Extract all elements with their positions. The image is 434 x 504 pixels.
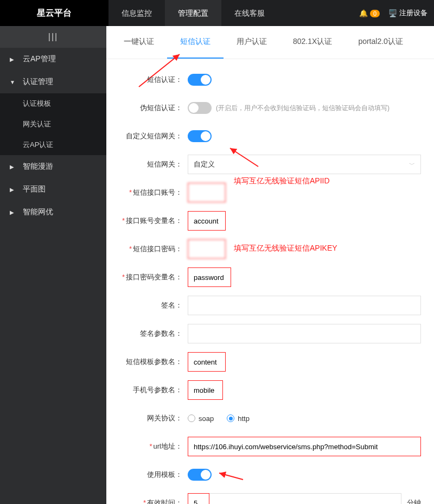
sidebar: ||| ▶云AP管理 ▼认证管理 认证模板 网关认证 云AP认证 ▶智能漫游 ▶…: [0, 26, 106, 504]
sidebar-sub-auth-template[interactable]: 认证模板: [0, 93, 106, 114]
url-input[interactable]: [188, 437, 421, 456]
tpl-param-input[interactable]: [188, 352, 226, 372]
register-label: 注册设备: [399, 8, 427, 18]
sidebar-item-smart-opt[interactable]: ▶智能网优: [0, 201, 106, 224]
tab-user-auth[interactable]: 用户认证: [224, 26, 280, 59]
gateway-label: 短信网关：: [112, 160, 188, 169]
tab-portal2-auth[interactable]: portal2.0认证: [345, 26, 416, 59]
fake-sms-toggle[interactable]: [188, 102, 212, 114]
account-var-input[interactable]: [188, 211, 226, 231]
caret-right-icon: ▶: [10, 187, 17, 193]
url-label: *url地址：: [112, 442, 188, 451]
mobile-param-label: 手机号参数名：: [112, 385, 188, 395]
account-var-label: *接口账号变量名：: [112, 216, 188, 226]
auth-tabs: 一键认证 短信认证 用户认证 802.1X认证 portal2.0认证: [106, 26, 434, 59]
sidebar-item-floorplan[interactable]: ▶平面图: [0, 178, 106, 201]
notification-badge: 0: [370, 10, 380, 17]
sidebar-sub-cloud-ap-auth[interactable]: 云AP认证: [0, 135, 106, 155]
protocol-radio-soap[interactable]: soap: [188, 414, 214, 423]
use-template-label: 使用模板：: [112, 470, 188, 480]
api-account-input[interactable]: [188, 183, 226, 202]
brand-title: 星云平台: [0, 0, 108, 26]
gateway-value: 自定义: [194, 160, 215, 169]
sidebar-item-roaming[interactable]: ▶智能漫游: [0, 155, 106, 178]
main-content: 一键认证 短信认证 用户认证 802.1X认证 portal2.0认证 短信认证…: [106, 26, 434, 504]
caret-right-icon: ▶: [10, 164, 17, 170]
annotation-arrow-icon: [216, 469, 248, 483]
nav-online-support[interactable]: 在线客服: [221, 0, 278, 26]
protocol-radio-http[interactable]: http: [227, 414, 250, 423]
custom-gateway-toggle[interactable]: [188, 130, 212, 142]
sidebar-item-auth-manage[interactable]: ▼认证管理: [0, 71, 106, 93]
mobile-param-input[interactable]: [188, 380, 223, 400]
chevron-down-icon: ﹀: [409, 161, 415, 169]
nav-info-monitor[interactable]: 信息监控: [108, 0, 165, 26]
tab-8021x-auth[interactable]: 802.1X认证: [280, 26, 345, 59]
protocol-label: 网关协议：: [112, 413, 188, 423]
use-template-toggle[interactable]: [188, 469, 212, 481]
top-header: 星云平台 信息监控 管理配置 在线客服 🔔0 🖥️ 注册设备: [0, 0, 434, 26]
gateway-select[interactable]: 自定义 ﹀: [188, 155, 421, 174]
expire-unit: 分钟: [407, 498, 421, 504]
tpl-param-label: 短信模板参数名：: [112, 357, 188, 367]
api-password-input[interactable]: [188, 239, 226, 259]
password-var-input[interactable]: [188, 267, 231, 287]
expire-input[interactable]: [188, 493, 209, 504]
radio-checked-icon: [227, 414, 234, 422]
notification-bell[interactable]: 🔔0: [359, 9, 380, 17]
custom-gateway-label: 自定义短信网关：: [112, 131, 188, 141]
tab-onekey-auth[interactable]: 一键认证: [111, 26, 167, 59]
svg-line-2: [219, 473, 243, 480]
caret-right-icon: ▶: [10, 56, 17, 62]
caret-down-icon: ▼: [10, 79, 17, 85]
sidebar-sub-gateway-auth[interactable]: 网关认证: [0, 114, 106, 135]
caret-right-icon: ▶: [10, 209, 17, 215]
sign-label: 签名：: [112, 301, 188, 310]
sign-param-input[interactable]: [188, 324, 421, 343]
protocol-radio-group: soap http: [188, 414, 263, 423]
sms-auth-form: 短信认证： 伪短信认证： (开启后，用户不会收到短信验证码，短信验证码会自动填写…: [106, 59, 434, 504]
api-account-annotation: 填写互亿无线验证短信APIID: [234, 176, 330, 186]
api-account-label: *短信接口账号：: [112, 188, 188, 197]
api-password-annotation: 填写互亿无线验证短信APIKEY: [234, 244, 337, 253]
api-password-label: *短信接口密码：: [112, 244, 188, 254]
register-device-button[interactable]: 🖥️ 注册设备: [388, 8, 427, 18]
fake-sms-hint: (开启后，用户不会收到短信验证码，短信验证码会自动填写): [216, 104, 390, 113]
sms-auth-label: 短信认证：: [112, 75, 188, 85]
nav-right: 🔔0 🖥️ 注册设备: [359, 0, 434, 26]
nav-manage-config[interactable]: 管理配置: [165, 0, 221, 26]
tab-sms-auth[interactable]: 短信认证: [167, 26, 224, 59]
sms-auth-toggle[interactable]: [188, 74, 212, 86]
sidebar-collapse[interactable]: |||: [0, 26, 106, 48]
sign-param-label: 签名参数名：: [112, 329, 188, 339]
expire-label: *有效时间：: [112, 498, 188, 504]
radio-icon: [188, 414, 195, 422]
password-var-label: *接口密码变量名：: [112, 272, 188, 282]
fake-sms-label: 伪短信认证：: [112, 103, 188, 113]
bell-icon: 🔔: [359, 9, 368, 17]
top-nav: 信息监控 管理配置 在线客服 🔔0 🖥️ 注册设备: [108, 0, 434, 26]
sidebar-item-cloud-ap[interactable]: ▶云AP管理: [0, 48, 106, 71]
sign-input[interactable]: [188, 296, 421, 315]
device-icon: 🖥️: [388, 9, 397, 17]
